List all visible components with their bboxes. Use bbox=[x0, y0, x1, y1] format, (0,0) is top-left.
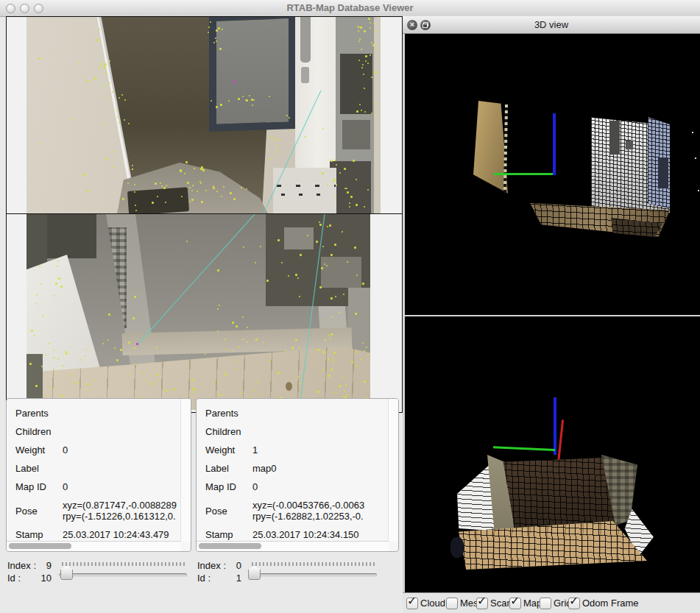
3d-view-options-bar: ✓ Cloud ✓ Mesh ✓ Scan ✓ Map ✓ Grid ✓ Odo… bbox=[403, 592, 700, 613]
field-label: Pose bbox=[15, 506, 63, 517]
dock-title: 3D view bbox=[403, 19, 700, 30]
slider-ticks bbox=[62, 562, 187, 566]
id-slider-a[interactable] bbox=[57, 558, 188, 590]
field-label: Label bbox=[15, 463, 63, 474]
node-info-panel-b: Parents Children Weight1 Labelmap0 Map I… bbox=[196, 398, 399, 552]
checkbox-label: Cloud bbox=[420, 598, 445, 609]
dock-titlebar: × 3D view bbox=[403, 16, 700, 34]
id-label: Id : bbox=[7, 572, 21, 584]
checkbox-box[interactable]: ✓ bbox=[568, 598, 580, 609]
stamp-value: 25.03.2017 10:24:34.150 bbox=[252, 529, 359, 540]
scene-shape bbox=[450, 537, 464, 558]
window-titlebar: RTAB-Map Database Viewer bbox=[0, 0, 700, 17]
checkbox-box[interactable]: ✓ bbox=[476, 598, 488, 609]
scene-shape bbox=[626, 141, 633, 149]
pose-value: xyz=(0.871747,-0.0088289rpy=(-1.51226,0.… bbox=[63, 500, 177, 522]
rtabmap-database-viewer-window: RTAB-Map Database Viewer bbox=[0, 0, 700, 613]
window-title: RTAB-Map Database Viewer bbox=[0, 2, 700, 13]
checkbox-scan[interactable]: ✓ Scan bbox=[476, 598, 509, 609]
slider-track[interactable] bbox=[59, 573, 187, 577]
axis-z-blue bbox=[554, 397, 556, 455]
scene-shape bbox=[695, 157, 696, 159]
checkbox-label: Mesh bbox=[460, 598, 476, 609]
field-label: Map ID bbox=[205, 481, 252, 492]
horizontal-scrollbar[interactable] bbox=[197, 541, 389, 551]
node-info-panel-a: Parents Children Weight0 Label Map ID0 P… bbox=[6, 398, 191, 552]
pose-value: xyz=(-0.00453766,-0.0063rpy=(-1.62882,1.… bbox=[252, 500, 364, 522]
id-slider-b[interactable] bbox=[247, 558, 378, 590]
field-label: Weight bbox=[205, 444, 252, 456]
slider-thumb[interactable] bbox=[60, 565, 73, 580]
3d-view-dock: × 3D view bbox=[403, 16, 700, 613]
scene-shape bbox=[503, 104, 508, 193]
axis-y-green bbox=[493, 446, 555, 451]
field-label: Parents bbox=[15, 408, 63, 419]
index-value: 0 bbox=[236, 559, 241, 572]
scene-shape bbox=[692, 132, 693, 133]
checkbox-odom-frame[interactable]: ✓ Odom Frame bbox=[568, 598, 657, 609]
field-label: Map ID bbox=[15, 481, 63, 492]
index-label: Index : bbox=[197, 559, 226, 572]
checkbox-grid[interactable]: ✓ Grid bbox=[540, 598, 568, 609]
weight-value: 0 bbox=[63, 444, 68, 456]
scrollbar-thumb[interactable] bbox=[199, 543, 261, 549]
3d-viewport-bottom[interactable] bbox=[405, 316, 700, 592]
field-label: Stamp bbox=[205, 529, 252, 540]
camera-image-top[interactable] bbox=[26, 17, 381, 213]
match-lines bbox=[26, 214, 370, 410]
weight-value: 1 bbox=[252, 444, 258, 456]
checkbox-map[interactable]: ✓ Map bbox=[509, 598, 540, 609]
id-label: Id : bbox=[197, 572, 211, 584]
scene-shape bbox=[698, 190, 699, 191]
point-cloud-wall-plane bbox=[473, 101, 508, 194]
label-value: map0 bbox=[252, 463, 277, 474]
field-label: Weight bbox=[15, 444, 63, 456]
index-label: Index : bbox=[7, 559, 36, 572]
image-viewer bbox=[6, 16, 403, 413]
stamp-value: 25.03.2017 10:24:43.479 bbox=[63, 529, 169, 540]
checkbox-label: Map bbox=[523, 598, 540, 609]
slider-ticks bbox=[252, 562, 377, 566]
index-value: 9 bbox=[46, 559, 52, 572]
checkbox-box[interactable]: ✓ bbox=[509, 598, 521, 609]
vertical-scrollbar[interactable] bbox=[180, 399, 191, 542]
field-label: Children bbox=[15, 426, 63, 437]
checkbox-box[interactable]: ✓ bbox=[406, 598, 418, 609]
map-id-value: 0 bbox=[252, 481, 258, 492]
scene-shape bbox=[609, 121, 620, 155]
checkbox-cloud[interactable]: ✓ Cloud bbox=[406, 598, 446, 609]
axis-y-green bbox=[494, 173, 555, 175]
camera-image-bottom[interactable] bbox=[26, 214, 370, 410]
axis-z-blue bbox=[553, 113, 556, 175]
slider-thumb[interactable] bbox=[248, 565, 261, 580]
checkbox-label: Odom Frame bbox=[582, 598, 639, 609]
node-a-slider-group: Index :9 Id :10 bbox=[7, 558, 188, 590]
node-b-slider-group: Index :0 Id :1 bbox=[197, 558, 378, 590]
id-value: 10 bbox=[41, 572, 52, 584]
field-label: Label bbox=[205, 463, 252, 474]
3d-viewport-top[interactable] bbox=[405, 34, 700, 315]
checkbox-label: Grid bbox=[554, 598, 568, 609]
scrollbar-thumb[interactable] bbox=[9, 543, 71, 549]
vertical-scrollbar[interactable] bbox=[388, 399, 398, 542]
field-label: Pose bbox=[205, 506, 252, 517]
field-label: Stamp bbox=[15, 529, 63, 540]
horizontal-scrollbar[interactable] bbox=[7, 541, 181, 551]
checkbox-box[interactable]: ✓ bbox=[540, 598, 551, 609]
id-value: 1 bbox=[236, 572, 241, 584]
checkbox-mesh[interactable]: ✓ Mesh bbox=[446, 598, 476, 609]
scene-shape bbox=[658, 157, 668, 188]
field-label: Children bbox=[205, 426, 252, 437]
checkbox-box[interactable]: ✓ bbox=[446, 598, 458, 609]
slider-track[interactable] bbox=[249, 573, 377, 577]
point-cloud-dark-floor bbox=[502, 458, 618, 529]
checkbox-label: Scan bbox=[490, 598, 509, 609]
map-id-value: 0 bbox=[63, 481, 68, 492]
field-label: Parents bbox=[205, 408, 252, 419]
